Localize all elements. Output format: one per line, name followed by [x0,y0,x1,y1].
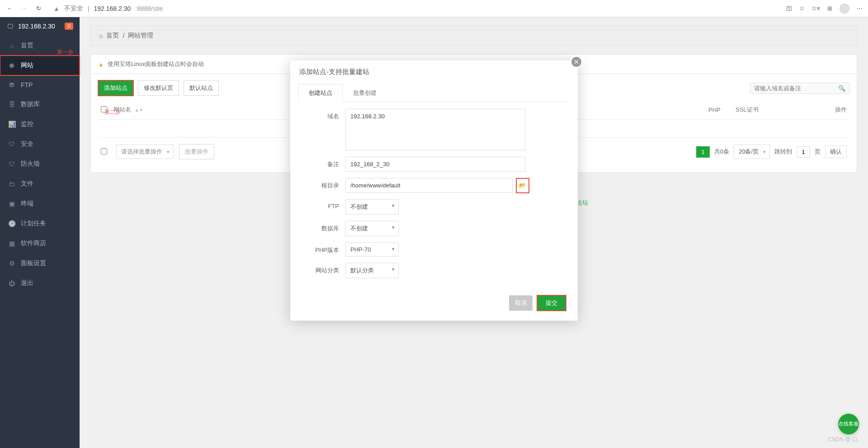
pager: 1 共0条 20条/页 跳转到 页 确认 [696,145,847,159]
home-icon: ⌂ [8,42,15,49]
favorites-bar-icon[interactable]: ✩≡ [811,5,820,12]
support-fab[interactable]: 在线客服 [838,414,859,434]
bulk-select[interactable]: 请选择批量操作 [116,145,174,159]
nav-files[interactable]: 🗀文件 [0,174,80,194]
label-remark: 备注 [307,157,345,168]
root-input[interactable] [345,178,513,193]
page-label: 页 [815,148,821,156]
bulk-action-button[interactable]: 批量操作 [179,144,214,159]
tab-batch[interactable]: 批量创建 [343,84,387,102]
jump-confirm-button[interactable]: 确认 [825,145,847,158]
col-ssl: SSL证书 [736,106,826,114]
col-op: 操作 [826,106,847,114]
server-ip: 192.168.2.30 [18,23,60,30]
key-icon[interactable]: ⚿ [786,5,792,12]
col-php: PHP [708,107,736,113]
warning-icon: ▲ [98,61,104,68]
notif-badge[interactable]: 0 [65,23,73,30]
reload-icon[interactable]: ↻ [34,5,42,13]
logout-icon: ⏻ [8,280,15,287]
insecure-icon: ▲ [53,5,60,12]
label-db: 数据库 [307,221,345,233]
nav-cron[interactable]: 🕒计划任务 [0,214,80,233]
bulk-checkbox[interactable] [101,148,107,154]
profile-icon[interactable] [840,4,849,14]
close-icon[interactable]: ✕ [571,56,582,68]
nav-home[interactable]: ⌂首页 第一步 [0,36,80,56]
sort-icon[interactable]: ▲▼ [135,107,144,112]
sidebar-header: 🖵 192.168.2.30 0 [0,17,80,36]
label-ftp: FTP [307,199,345,210]
favorite-icon[interactable]: ✩ [799,5,804,12]
database-icon: 🗄 [8,101,15,108]
nav-website[interactable]: ⊕网站 [0,56,80,75]
forward-icon[interactable]: → [20,5,28,13]
ftp-select[interactable]: 不创建 [345,199,399,215]
url-path: :8888/site [135,5,163,12]
terminal-icon: ▣ [8,200,15,207]
shield-icon: 🛡 [8,140,15,148]
home-icon: ⌂ [99,32,103,39]
php-select[interactable]: PHP-70 [345,243,399,257]
tab-create[interactable]: 创建站点 [298,84,343,102]
page-1[interactable]: 1 [696,146,709,158]
nav-ftp[interactable]: ⛃FTP [0,75,80,94]
info-text: 使用宝塔Linux面板创建站点时会自动 [108,60,204,68]
folder-icon: 📂 [519,182,526,189]
breadcrumb: ⌂ 首页 / 网站管理 [90,25,857,46]
watermark: CSDN @ 口. [828,436,859,443]
nav-logout[interactable]: ⏻退出 [0,273,80,293]
crumb-current: 网站管理 [128,32,153,40]
modal-title: 添加站点-支持批量建站 [290,61,578,81]
label-php: PHP版本 [307,243,345,254]
ftp-icon: ⛃ [8,81,15,89]
browse-folder-button[interactable]: 📂 [516,178,529,193]
sidebar: 🖵 192.168.2.30 0 ⌂首页 第一步 ⊕网站 ⛃FTP 🗄数据库 📊… [0,17,80,448]
nav-monitor[interactable]: 📊监控 [0,114,80,134]
add-site-modal: ✕ 添加站点-支持批量建站 创建站点 批量创建 域名 192.168.2.30 … [290,61,578,321]
crumb-home[interactable]: 首页 [106,32,119,40]
per-page-select[interactable]: 20条/页 [734,145,770,159]
collections-icon[interactable]: ⊞ [827,5,832,12]
search-box[interactable]: 🔍 [750,83,849,94]
nav-security[interactable]: 🛡安全 [0,134,80,154]
jump-label: 跳转到 [774,148,792,156]
nav-terminal[interactable]: ▣终端 [0,194,80,214]
more-icon[interactable]: ⋯ [857,5,863,12]
gear-icon: ⚙ [8,260,15,267]
remark-input[interactable] [345,157,525,172]
search-icon[interactable]: 🔍 [838,85,845,92]
address-bar[interactable]: ▲ 不安全 | 192.168.2.30:8888/site [53,5,780,13]
browser-actions: ⚿ ✩ ✩≡ ⊞ ⋯ [786,4,863,14]
nav-database[interactable]: 🗄数据库 [0,94,80,114]
jump-input[interactable] [797,146,810,158]
clock-icon: 🕒 [8,220,15,227]
submit-button[interactable]: 提交 [537,295,566,311]
label-cat: 网站分类 [307,263,345,275]
apps-icon: ▦ [8,240,15,247]
globe-icon: ⊕ [8,62,15,69]
edit-default-button[interactable]: 修改默认页 [138,80,179,96]
db-select[interactable]: 不创建 [345,221,399,236]
search-input[interactable] [754,85,838,92]
folder-icon: 🗀 [8,180,15,187]
category-select[interactable]: 默认分类 [345,263,399,278]
nav-firewall[interactable]: 🛡防火墙 [0,154,80,174]
chart-icon: 📊 [8,121,15,128]
default-site-button[interactable]: 默认站点 [184,80,219,96]
pager-total: 共0条 [714,148,729,156]
step1-label: 第一步 [57,48,73,56]
monitor-icon: 🖵 [6,23,14,30]
step2-label: 第二步 [104,108,121,116]
firewall-icon: 🛡 [8,160,15,168]
add-site-button[interactable]: 添加站点 [98,80,133,96]
back-icon[interactable]: ← [5,5,14,13]
label-domain: 域名 [307,109,345,121]
insecure-label: 不安全 [64,5,83,13]
domain-input[interactable]: 192.168.2.30 [345,109,525,150]
nav-settings[interactable]: ⚙面板设置 [0,253,80,273]
label-root: 根目录 [307,178,345,190]
nav-appstore[interactable]: ▦软件商店 [0,233,80,253]
browser-toolbar: ← → ↻ ▲ 不安全 | 192.168.2.30:8888/site ⚿ ✩… [0,0,868,17]
cancel-button[interactable]: 取消 [509,295,533,311]
